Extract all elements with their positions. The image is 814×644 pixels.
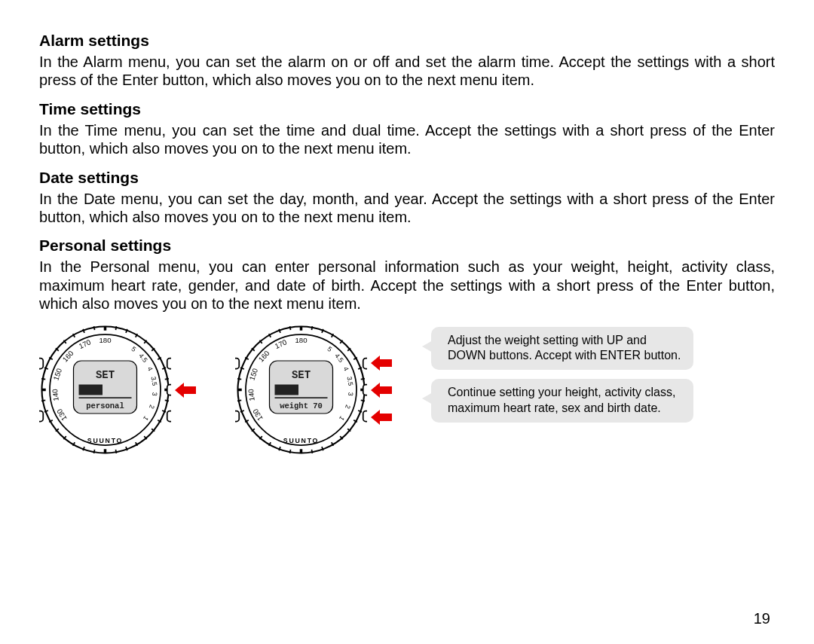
watch-illustration-2: 130 140 150 160 170 180 1 2 3 3.5 4 4.5 … bbox=[235, 324, 409, 456]
body-alarm-settings: In the Alarm menu, you can set the alarm… bbox=[39, 53, 775, 90]
svg-text:3: 3 bbox=[151, 392, 158, 396]
figure-row: 130 140 150 160 170 180 1 2 3 3.5 4 4.5 … bbox=[39, 324, 775, 456]
page-number: 19 bbox=[754, 610, 770, 627]
heading-personal-settings: Personal settings bbox=[39, 237, 775, 255]
watch-illustration-1: 130 140 150 160 170 180 1 2 3 3.5 4 4.5 … bbox=[39, 324, 213, 456]
heading-time-settings: Time settings bbox=[39, 100, 775, 118]
svg-rect-80 bbox=[363, 384, 367, 395]
svg-text:3.5: 3.5 bbox=[346, 376, 355, 386]
svg-marker-84 bbox=[371, 410, 392, 425]
watch2-line2: weight 70 bbox=[280, 401, 323, 411]
watch-svg-1: 130 140 150 160 170 180 1 2 3 3.5 4 4.5 … bbox=[39, 324, 171, 456]
svg-rect-74 bbox=[275, 384, 299, 395]
brand-label: SUUNTO bbox=[87, 436, 123, 444]
svg-marker-82 bbox=[371, 356, 392, 371]
svg-rect-79 bbox=[363, 358, 367, 368]
svg-text:180: 180 bbox=[99, 335, 111, 343]
svg-rect-78 bbox=[235, 411, 239, 421]
svg-rect-55 bbox=[39, 411, 43, 421]
svg-rect-58 bbox=[167, 411, 171, 421]
svg-text:180: 180 bbox=[295, 335, 307, 343]
arrow-up-button-icon bbox=[371, 356, 392, 371]
callout-adjust-weight: Adjust the weight setting with UP and DO… bbox=[431, 327, 693, 371]
svg-rect-54 bbox=[39, 358, 43, 368]
svg-rect-81 bbox=[363, 411, 367, 421]
svg-rect-57 bbox=[167, 384, 171, 395]
watch2-line1: SET bbox=[292, 368, 311, 380]
arrow-down-button-icon bbox=[371, 410, 392, 425]
arrow-enter-icon bbox=[175, 383, 196, 398]
watch-svg-2: 130 140 150 160 170 180 1 2 3 3.5 4 4.5 … bbox=[235, 324, 367, 456]
svg-rect-77 bbox=[235, 358, 239, 368]
svg-text:140: 140 bbox=[246, 388, 256, 401]
body-time-settings: In the Time menu, you can set the time a… bbox=[39, 121, 775, 158]
svg-rect-52 bbox=[79, 384, 103, 395]
svg-rect-56 bbox=[167, 358, 171, 368]
svg-text:3.5: 3.5 bbox=[150, 376, 159, 386]
svg-marker-59 bbox=[175, 383, 196, 398]
callout-continue-settings: Continue setting your height, activity c… bbox=[431, 379, 693, 423]
svg-marker-83 bbox=[371, 383, 392, 398]
svg-text:SUUNTO: SUUNTO bbox=[283, 436, 319, 444]
body-date-settings: In the Date menu, you can set the day, m… bbox=[39, 190, 775, 227]
svg-text:3: 3 bbox=[347, 392, 354, 396]
heading-alarm-settings: Alarm settings bbox=[39, 32, 775, 50]
svg-text:140: 140 bbox=[50, 388, 60, 401]
watch1-line1: SET bbox=[96, 368, 115, 380]
watch1-line2: personal bbox=[86, 401, 124, 411]
heading-date-settings: Date settings bbox=[39, 169, 775, 187]
body-personal-settings: In the Personal menu, you can enter pers… bbox=[39, 258, 775, 313]
manual-page: Alarm settings In the Alarm menu, you ca… bbox=[0, 0, 814, 463]
arrow-enter-button-icon bbox=[371, 383, 392, 398]
callouts-column: Adjust the weight setting with UP and DO… bbox=[431, 327, 775, 423]
